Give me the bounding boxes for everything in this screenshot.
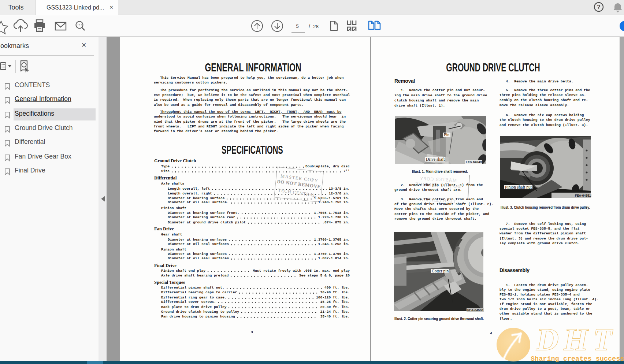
svg-text:28: 28 (313, 24, 319, 29)
svg-text:5: 5 (296, 23, 299, 29)
svg-text:?: ? (597, 4, 601, 10)
svg-text:/: / (309, 23, 310, 29)
